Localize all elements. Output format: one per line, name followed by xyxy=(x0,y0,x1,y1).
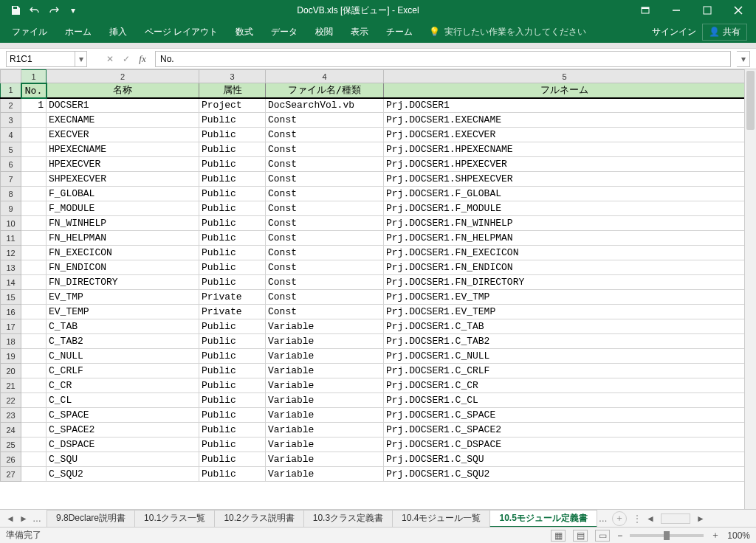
cell[interactable]: Prj.DOCSER1.FN_ENDICON xyxy=(384,260,745,275)
cell[interactable]: Private xyxy=(199,290,266,305)
tab-more-left[interactable]: … xyxy=(31,513,43,525)
cell[interactable] xyxy=(21,334,47,349)
cell[interactable]: Prj.DOCSER1.C_DSPACE xyxy=(384,437,745,452)
cell[interactable]: Const xyxy=(266,231,384,246)
ribbon-tab[interactable]: ページ レイアウト xyxy=(136,21,227,43)
page-break-view-icon[interactable]: ▭ xyxy=(595,530,610,542)
cell[interactable]: Const xyxy=(266,128,384,142)
cell[interactable]: Project xyxy=(199,98,266,113)
cell[interactable]: Public xyxy=(199,275,266,290)
cell[interactable]: Private xyxy=(199,305,266,319)
cell[interactable] xyxy=(21,378,47,393)
ribbon-tab[interactable]: ファイル xyxy=(3,21,56,43)
cell[interactable]: FN_ENDICON xyxy=(47,260,199,275)
cell[interactable]: Prj.DOCSER1.SHPEXECVER xyxy=(384,172,745,187)
cell[interactable]: Prj.DOCSER1.C_SQU2 xyxy=(384,467,745,482)
cell[interactable]: Public xyxy=(199,246,266,260)
cell[interactable]: Prj.DOCSER1.C_NULL xyxy=(384,349,745,364)
row-header[interactable]: 15 xyxy=(1,290,21,305)
cell[interactable]: Public xyxy=(199,113,266,128)
ribbon-display-icon[interactable] xyxy=(630,0,660,21)
cell[interactable]: F_MODULE xyxy=(47,201,199,216)
cell[interactable]: Const xyxy=(266,157,384,172)
cell[interactable]: Prj.DOCSER1.FN_DIRECTORY xyxy=(384,275,745,290)
cell[interactable] xyxy=(21,319,47,334)
ribbon-tab[interactable]: データ xyxy=(262,21,306,43)
row-header[interactable]: 22 xyxy=(1,393,21,408)
cell[interactable]: Const xyxy=(266,172,384,187)
row-header[interactable]: 14 xyxy=(1,275,21,290)
cell[interactable]: FN_HELPMAN xyxy=(47,231,199,246)
cell[interactable]: Variable xyxy=(266,393,384,408)
cell[interactable]: Const xyxy=(266,142,384,157)
cell[interactable]: Public xyxy=(199,172,266,187)
row-header[interactable]: 12 xyxy=(1,246,21,260)
cell[interactable]: SHPEXECVER xyxy=(47,172,199,187)
hscroll-left-icon[interactable]: ◄ xyxy=(645,513,656,525)
ribbon-tab[interactable]: 校閲 xyxy=(306,21,342,43)
cell[interactable]: Const xyxy=(266,305,384,319)
cell[interactable]: Prj.DOCSER1.EV_TMP xyxy=(384,290,745,305)
cell[interactable] xyxy=(21,113,47,128)
name-box-dropdown[interactable]: ▾ xyxy=(75,51,87,67)
cell[interactable]: 名称 xyxy=(47,83,199,98)
tab-more-right[interactable]: … xyxy=(597,513,609,524)
cell[interactable]: Public xyxy=(199,201,266,216)
minimize-button[interactable] xyxy=(662,0,691,21)
qat-customize-icon[interactable]: ▾ xyxy=(66,4,80,17)
cell[interactable]: C_SQU xyxy=(47,452,199,467)
close-button[interactable] xyxy=(724,0,753,21)
cell[interactable]: Const xyxy=(266,275,384,290)
cell[interactable] xyxy=(21,275,47,290)
cell[interactable]: ファイル名/種類 xyxy=(266,83,384,98)
cell[interactable] xyxy=(21,187,47,201)
cell[interactable]: Variable xyxy=(266,319,384,334)
cell[interactable]: Public xyxy=(199,216,266,231)
cell[interactable]: EXECVER xyxy=(47,128,199,142)
cell[interactable]: Public xyxy=(199,437,266,452)
row-header[interactable]: 1 xyxy=(1,83,21,98)
zoom-in-button[interactable]: ＋ xyxy=(711,529,720,542)
cell[interactable]: Const xyxy=(266,113,384,128)
cell[interactable]: Prj.DOCSER1.C_TAB2 xyxy=(384,334,745,349)
row-header[interactable]: 19 xyxy=(1,349,21,364)
cell[interactable]: Public xyxy=(199,423,266,437)
redo-icon[interactable] xyxy=(47,4,61,17)
cell[interactable]: Public xyxy=(199,349,266,364)
row-header[interactable]: 7 xyxy=(1,172,21,187)
ribbon-tab[interactable]: チーム xyxy=(377,21,422,43)
formula-input[interactable]: No. xyxy=(155,51,731,67)
cell[interactable]: Public xyxy=(199,142,266,157)
cell[interactable] xyxy=(21,364,47,378)
cell[interactable]: C_SPACE2 xyxy=(47,423,199,437)
cell[interactable]: C_SQU2 xyxy=(47,467,199,482)
cell[interactable]: Public xyxy=(199,467,266,482)
hscroll-right-icon[interactable]: ► xyxy=(695,513,707,525)
scrollbar-thumb[interactable] xyxy=(746,71,755,130)
cell[interactable]: Public xyxy=(199,378,266,393)
row-header[interactable]: 26 xyxy=(1,452,21,467)
col-header[interactable]: 1 xyxy=(21,70,47,83)
zoom-value[interactable]: 100% xyxy=(727,530,750,541)
cell[interactable] xyxy=(21,393,47,408)
cell[interactable] xyxy=(21,142,47,157)
cell[interactable]: Variable xyxy=(266,452,384,467)
zoom-slider[interactable] xyxy=(630,534,704,537)
row-header[interactable]: 10 xyxy=(1,216,21,231)
cell[interactable]: Prj.DOCSER1.HPEXECNAME xyxy=(384,142,745,157)
row-header[interactable]: 2 xyxy=(1,98,21,113)
cell[interactable] xyxy=(21,201,47,216)
cell[interactable] xyxy=(21,349,47,364)
cell[interactable]: C_CRLF xyxy=(47,364,199,378)
cell[interactable]: Public xyxy=(199,157,266,172)
cell[interactable]: Prj.DOCSER1.EXECVER xyxy=(384,128,745,142)
cell[interactable]: Public xyxy=(199,408,266,423)
cell[interactable] xyxy=(21,305,47,319)
cell[interactable]: Prj.DOCSER1.HPEXECVER xyxy=(384,157,745,172)
cell[interactable]: FN_WINHELP xyxy=(47,216,199,231)
cell[interactable]: Prj.DOCSER1.EXECNAME xyxy=(384,113,745,128)
cell[interactable]: C_SPACE xyxy=(47,408,199,423)
row-header[interactable]: 5 xyxy=(1,142,21,157)
cell[interactable] xyxy=(21,246,47,260)
col-header[interactable]: 4 xyxy=(266,70,384,83)
